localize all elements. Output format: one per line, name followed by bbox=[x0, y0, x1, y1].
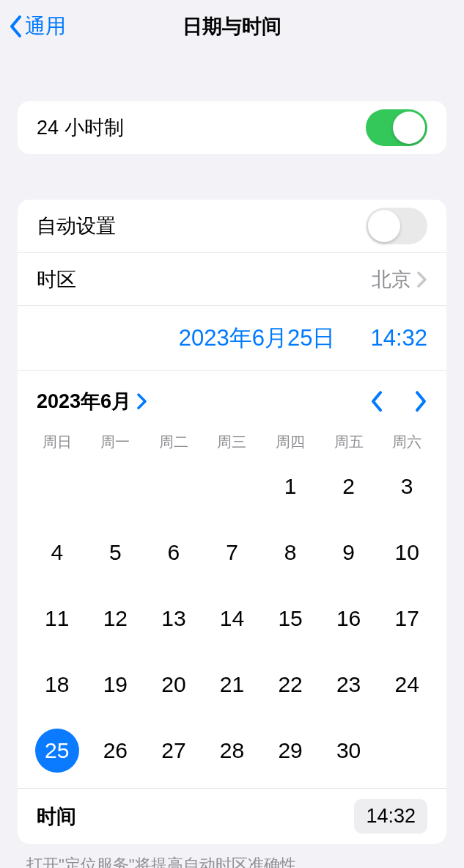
day-cell[interactable]: 17 bbox=[378, 597, 436, 640]
selected-date[interactable]: 2023年6月25日 bbox=[179, 323, 336, 354]
label-time: 时间 bbox=[37, 803, 76, 830]
day-cell[interactable]: 20 bbox=[144, 663, 203, 706]
day-cell[interactable]: 27 bbox=[144, 729, 203, 772]
day-cell[interactable]: 25 bbox=[28, 729, 86, 772]
day-cell[interactable]: 23 bbox=[320, 663, 378, 706]
row-auto-set: 自动设置 bbox=[18, 200, 446, 252]
day-cell[interactable]: 4 bbox=[28, 531, 86, 574]
day-cell[interactable]: 29 bbox=[261, 729, 320, 772]
footer-note: 打开"定位服务"将提高自动时区准确性。 bbox=[26, 854, 438, 868]
section-24-hour: 24 小时制 bbox=[18, 101, 446, 154]
day-cell[interactable]: 21 bbox=[203, 663, 262, 706]
day-cell-empty bbox=[28, 465, 86, 508]
days-grid: 1234567891011121314151617181920212223242… bbox=[28, 465, 436, 779]
back-label: 通用 bbox=[25, 12, 66, 40]
calendar: 2023年6月 周日周一周二周三周四周五周六 12345678910111213… bbox=[18, 370, 446, 788]
day-cell[interactable]: 7 bbox=[203, 531, 262, 574]
day-cell[interactable]: 3 bbox=[378, 465, 436, 508]
label-24-hour: 24 小时制 bbox=[37, 114, 124, 141]
day-cell[interactable]: 12 bbox=[86, 597, 145, 640]
day-cell[interactable]: 1 bbox=[261, 465, 320, 508]
day-cell[interactable]: 24 bbox=[378, 663, 436, 706]
day-cell[interactable]: 15 bbox=[261, 597, 320, 640]
day-cell[interactable]: 6 bbox=[144, 531, 203, 574]
day-cell[interactable]: 16 bbox=[320, 597, 378, 640]
day-cell[interactable]: 30 bbox=[320, 729, 378, 772]
day-cell[interactable]: 10 bbox=[378, 531, 436, 574]
day-cell[interactable]: 14 bbox=[203, 597, 262, 640]
row-timezone[interactable]: 时区 北京 bbox=[18, 252, 446, 305]
day-cell[interactable]: 28 bbox=[203, 729, 262, 772]
row-time: 时间 14:32 bbox=[18, 788, 446, 844]
calendar-header: 2023年6月 bbox=[28, 382, 436, 417]
day-cell-empty bbox=[144, 465, 203, 508]
weekday-cell: 周六 bbox=[378, 432, 436, 452]
next-month-button[interactable] bbox=[414, 390, 427, 412]
day-cell[interactable]: 18 bbox=[28, 663, 86, 706]
toggle-knob bbox=[368, 210, 400, 242]
day-cell[interactable]: 19 bbox=[86, 663, 145, 706]
day-cell-empty bbox=[86, 465, 145, 508]
weekday-row: 周日周一周二周三周四周五周六 bbox=[28, 432, 436, 452]
row-selected-datetime: 2023年6月25日 14:32 bbox=[18, 305, 446, 370]
weekday-cell: 周一 bbox=[86, 432, 145, 452]
weekday-cell: 周三 bbox=[203, 432, 262, 452]
weekday-cell: 周日 bbox=[28, 432, 86, 452]
value-timezone: 北京 bbox=[372, 266, 427, 293]
back-button[interactable]: 通用 bbox=[9, 12, 66, 40]
day-cell-empty bbox=[203, 465, 262, 508]
calendar-nav bbox=[370, 390, 427, 412]
chevron-left-icon bbox=[9, 15, 23, 38]
label-auto-set: 自动设置 bbox=[37, 213, 116, 239]
row-24-hour: 24 小时制 bbox=[18, 101, 446, 154]
day-cell[interactable]: 8 bbox=[261, 531, 320, 574]
month-label: 2023年6月 bbox=[37, 388, 131, 415]
label-timezone: 时区 bbox=[37, 266, 76, 293]
chevron-right-icon bbox=[137, 393, 147, 409]
nav-header: 通用 日期与时间 bbox=[0, 0, 464, 53]
toggle-24-hour[interactable] bbox=[366, 109, 427, 146]
toggle-knob bbox=[393, 112, 425, 144]
day-cell[interactable]: 22 bbox=[261, 663, 320, 706]
toggle-auto-set[interactable] bbox=[366, 208, 427, 244]
prev-month-button[interactable] bbox=[370, 390, 383, 412]
day-cell[interactable]: 9 bbox=[320, 531, 378, 574]
weekday-cell: 周二 bbox=[144, 432, 203, 452]
chevron-right-icon bbox=[417, 271, 427, 288]
month-picker-button[interactable]: 2023年6月 bbox=[37, 388, 147, 415]
day-cell[interactable]: 26 bbox=[86, 729, 145, 772]
weekday-cell: 周五 bbox=[320, 432, 378, 452]
selected-time[interactable]: 14:32 bbox=[370, 325, 427, 351]
day-cell[interactable]: 13 bbox=[144, 597, 203, 640]
time-picker-button[interactable]: 14:32 bbox=[354, 799, 427, 834]
day-cell[interactable]: 5 bbox=[86, 531, 145, 574]
section-datetime: 自动设置 时区 北京 2023年6月25日 14:32 2023年6月 bbox=[18, 200, 446, 844]
weekday-cell: 周四 bbox=[261, 432, 320, 452]
page-title: 日期与时间 bbox=[183, 13, 281, 40]
timezone-text: 北京 bbox=[372, 266, 411, 293]
day-cell[interactable]: 2 bbox=[320, 465, 378, 508]
day-cell[interactable]: 11 bbox=[28, 597, 86, 640]
